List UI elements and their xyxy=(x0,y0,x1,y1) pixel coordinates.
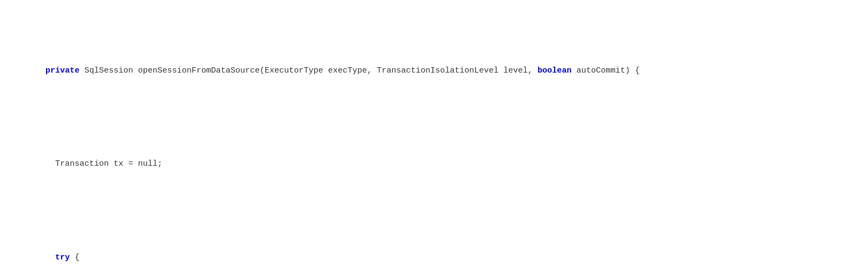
normal-text: SqlSession openSessionFromDataSource(Exe… xyxy=(84,66,537,75)
indent xyxy=(36,66,45,75)
code-line-1: private SqlSession openSessionFromDataSo… xyxy=(16,50,852,92)
code-block: private SqlSession openSessionFromDataSo… xyxy=(16,11,852,273)
indent xyxy=(36,253,55,262)
normal-text: Transaction tx = null; xyxy=(55,159,162,168)
code-line-3: try { xyxy=(16,237,852,273)
indent xyxy=(36,159,55,168)
keyword-try: try xyxy=(55,253,70,262)
keyword-boolean: boolean xyxy=(537,66,571,75)
code-line-2: Transaction tx = null; xyxy=(16,144,852,185)
normal-text: autoCommit) { xyxy=(576,66,640,75)
keyword-private: private xyxy=(45,66,80,75)
normal-text: { xyxy=(75,253,80,262)
